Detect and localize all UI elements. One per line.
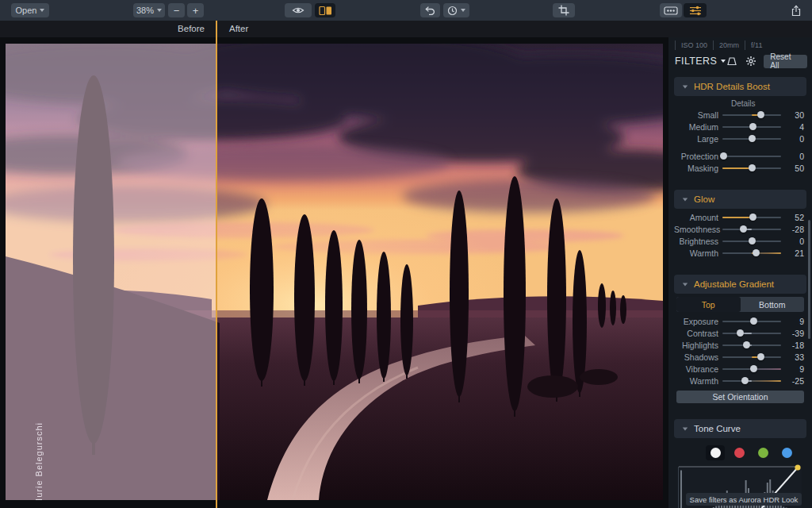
filters-dropdown[interactable]: FILTERS [675,56,726,67]
undo-button[interactable] [420,3,440,17]
channel-dot-green [758,448,768,458]
slider-thumb[interactable] [750,365,757,372]
filter-section-body: TopBottomExposure9Contrast-39Highlights-… [674,294,806,413]
slider-row: Masking50 [674,162,806,174]
slider-shadows[interactable] [722,351,781,363]
channel-red[interactable] [730,445,749,460]
slider-track [722,333,781,334]
export-button[interactable] [787,3,805,17]
slider-large[interactable] [722,133,781,144]
slider-label: Vibrance [674,364,718,374]
slider-highlights[interactable] [722,339,781,351]
presets-panel-button[interactable] [660,3,682,17]
set-orientation-button[interactable]: Set Orientation [676,391,804,403]
slider-track [722,156,781,157]
slider-label: Brightness [674,237,718,246]
zoom-level-value: 38% [136,6,154,15]
compare-view-button[interactable] [315,3,335,17]
slider-contrast[interactable] [722,327,781,339]
chevron-down-icon [40,9,44,12]
slider-thumb[interactable] [743,341,750,348]
tab-bottom[interactable]: Bottom [741,297,805,312]
filter-sections: HDR Details BoostDetailsSmall30Medium4La… [674,77,806,508]
reset-all-button[interactable]: Reset All [764,55,807,68]
filter-section-title: HDR Details Boost [694,82,770,91]
slider-thumb[interactable] [750,318,757,325]
before-after-divider-handle[interactable] [216,21,217,508]
eye-icon [292,6,304,15]
slider-value: -28 [785,225,806,234]
save-look-button[interactable]: Save filters as Aurora HDR Look [686,493,802,506]
open-button[interactable]: Open [11,3,49,17]
slider-thumb[interactable] [749,135,756,142]
gear-icon[interactable] [745,56,756,67]
slider-row: Vibrance9 [674,363,806,375]
disclosure-triangle-icon [683,427,688,430]
slider-label: Amount [674,213,718,222]
channel-blue[interactable] [777,445,796,460]
slider-thumb[interactable] [757,353,764,360]
tone-curve-channels [706,445,806,460]
filter-section-header[interactable]: Glow [674,190,806,209]
zoom-level-select[interactable]: 38% [133,3,165,17]
slider-thumb[interactable] [749,214,756,221]
slider-amount[interactable] [722,211,781,223]
slider-warmth[interactable] [722,247,781,259]
photo-image: © Iurie Belegurschi [6,44,663,500]
disclosure-triangle-icon [683,283,688,286]
tab-after[interactable]: After [229,21,248,37]
slider-label: Contrast [674,329,718,338]
filter-section: Adjustable GradientTopBottomExposure9Con… [674,275,806,413]
tab-top[interactable]: Top [676,297,741,312]
slider-row: Smoothness-28 [674,223,806,235]
before-after-split-icon [319,6,332,16]
slider-protection[interactable] [722,150,781,162]
slider-value: 0 [785,134,806,144]
slider-thumb[interactable] [737,329,744,337]
slider-small[interactable] [722,109,781,121]
slider-value: -39 [785,329,806,338]
zoom-in-button[interactable]: + [187,3,204,17]
slider-thumb[interactable] [740,225,747,233]
undo-icon [424,6,436,16]
slider-thumb[interactable] [741,377,749,384]
crop-button[interactable] [553,3,575,17]
slider-thumb[interactable] [720,152,727,160]
lens-correction-icon[interactable] [726,56,738,67]
channel-green[interactable] [753,445,772,460]
slider-label: Medium [674,122,718,132]
slider-thumb[interactable] [757,111,764,118]
filters-panel-button[interactable] [684,3,707,17]
slider-warmth[interactable] [722,375,781,387]
slider-brightness[interactable] [722,235,781,247]
slider-exposure[interactable] [722,315,781,327]
channel-white[interactable] [706,445,725,460]
quick-preview-button[interactable] [285,3,312,17]
filter-section-header[interactable]: Tone Curve [674,419,806,438]
filter-section-header[interactable]: HDR Details Boost [674,77,806,96]
history-button[interactable] [443,3,469,17]
chevron-down-icon [157,9,162,12]
history-clock-icon [447,6,458,16]
slider-thumb[interactable] [749,164,756,171]
slider-thumb[interactable] [749,123,756,130]
slider-label: Warmth [674,248,718,258]
zoom-out-button[interactable]: − [168,3,185,17]
slider-value: 52 [785,213,806,222]
slider-medium[interactable] [722,121,781,133]
slider-value: 0 [785,237,806,246]
slider-row: Warmth21 [674,247,806,259]
slider-smoothness[interactable] [722,223,781,235]
sidebar-scrollbar[interactable] [808,220,810,339]
slider-thumb[interactable] [749,237,756,244]
slider-vibrance[interactable] [722,363,781,375]
filter-section-body: DetailsSmall30Medium4Large0Protection0Ma… [674,96,806,183]
slider-row: Brightness0 [674,235,806,247]
filter-section-header[interactable]: Adjustable Gradient [674,275,806,294]
exif-focal-length: 20mm [713,40,745,50]
slider-thumb[interactable] [753,249,760,256]
gradient-orientation-tabs: TopBottom [676,297,804,312]
tab-before[interactable]: Before [0,21,205,37]
top-toolbar: Open 38% − + [0,0,812,21]
slider-masking[interactable] [722,162,781,174]
